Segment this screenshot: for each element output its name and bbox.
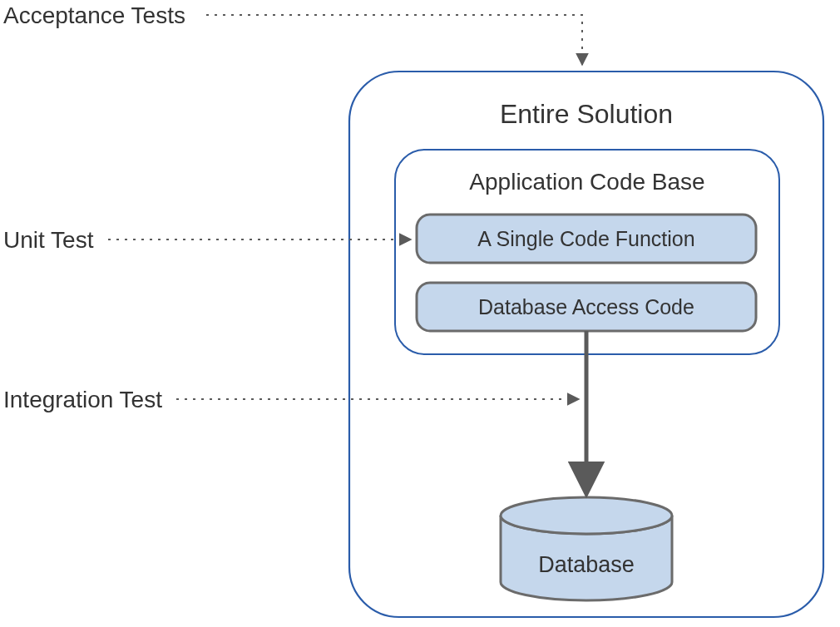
integration-test-label: Integration Test	[3, 387, 162, 412]
acceptance-tests-arrow	[206, 15, 582, 65]
entire-solution-label: Entire Solution	[500, 99, 673, 129]
database-label: Database	[538, 552, 635, 577]
single-function-label: A Single Code Function	[477, 227, 694, 250]
acceptance-tests-label: Acceptance Tests	[3, 2, 185, 28]
testing-layers-diagram: Entire Solution Application Code Base A …	[0, 0, 840, 627]
database-cylinder: Database	[501, 497, 672, 600]
app-code-label: Application Code Base	[469, 169, 704, 195]
db-access-label: Database Access Code	[478, 295, 694, 318]
unit-test-label: Unit Test	[3, 227, 94, 253]
svg-point-0	[501, 497, 672, 534]
